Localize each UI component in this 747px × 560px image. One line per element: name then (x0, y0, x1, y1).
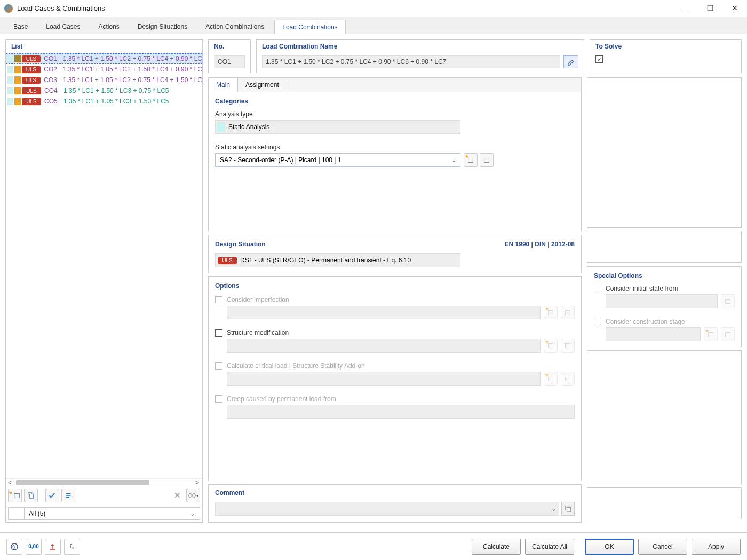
combination-id: CO1 (44, 55, 61, 62)
check-button[interactable] (45, 489, 59, 502)
apply-button[interactable]: Apply (692, 539, 741, 555)
list-filter-select[interactable]: All (5) ⌄ (24, 507, 200, 520)
help-button[interactable] (6, 539, 22, 555)
titlebar: Load Cases & Combinations — ❐ ✕ (0, 0, 747, 17)
options-title: Options (215, 282, 575, 290)
design-situation-reference: EN 1990 | DIN | 2012-08 (505, 241, 575, 248)
main-tabs: BaseLoad CasesActionsDesign SituationsAc… (0, 17, 747, 34)
subtab-assignment[interactable]: Assignment (238, 78, 287, 92)
combination-formula: 1.35 * LC1 + 1.50 * LC2 + 0.75 * LC4 + 0… (63, 55, 202, 62)
tab-load-combinations[interactable]: Load Combinations (274, 20, 345, 34)
initial-state-edit-button (721, 294, 735, 308)
combination-list[interactable]: ULSCO11.35 * LC1 + 1.50 * LC2 + 0.75 * L… (6, 53, 202, 478)
subtab-main[interactable]: Main (209, 78, 238, 92)
calculate-button[interactable]: Calculate (472, 539, 521, 555)
view-toggle-button[interactable]: ▾ (186, 489, 200, 502)
comment-select[interactable]: ⌄ (215, 502, 559, 516)
ok-button[interactable]: OK (585, 539, 634, 555)
categories-title: Categories (215, 98, 575, 105)
critical-load-edit-button (561, 372, 575, 386)
svg-rect-2 (29, 494, 33, 498)
creep-label: Creep caused by permanent load from (227, 395, 336, 403)
combination-list-panel: List ULSCO11.35 * LC1 + 1.50 * LC2 + 0.7… (5, 39, 203, 523)
comment-title: Comment (215, 489, 575, 497)
color-swatch-a (7, 87, 13, 94)
svg-rect-4 (192, 494, 195, 498)
tab-actions[interactable]: Actions (90, 19, 127, 34)
app-icon (4, 4, 13, 13)
window-title: Load Cases & Combinations (17, 4, 673, 12)
tab-design-situations[interactable]: Design Situations (130, 19, 195, 34)
special-options-section: Special Options Consider initial state f… (587, 266, 742, 347)
combination-formula: 1.35 * LC1 + 1.05 * LC3 + 1.50 * LC5 (63, 98, 169, 105)
svg-rect-12 (566, 377, 570, 381)
categories-section: Categories Analysis type Static Analysis… (208, 92, 582, 231)
name-field: 1.35 * LC1 + 1.50 * LC2 + 0.75 * LC4 + 0… (262, 55, 560, 68)
structure-mod-checkbox[interactable] (215, 329, 222, 337)
color-swatch-a (7, 55, 13, 62)
color-swatch-a (7, 76, 13, 84)
combination-formula: 1.35 * LC1 + 1.50 * LC3 + 0.75 * LC5 (63, 87, 169, 94)
minimize-button[interactable]: — (673, 0, 698, 17)
list-header: List (6, 40, 202, 53)
imperfection-label: Consider imperfection (227, 296, 289, 303)
settings-select[interactable]: SA2 - Second-order (P-Δ) | Picard | 100 … (215, 153, 460, 167)
new-settings-button[interactable]: ★ (464, 153, 478, 167)
ds-tag: ULS (218, 257, 237, 264)
to-solve-checkbox[interactable]: ✓ (595, 55, 603, 63)
units-button[interactable]: 0,00 (26, 539, 42, 555)
combination-id: CO3 (44, 76, 61, 84)
maximize-button[interactable]: ❐ (698, 0, 722, 17)
copy-item-button[interactable] (24, 489, 38, 502)
list-item[interactable]: ULSCO11.35 * LC1 + 1.50 * LC2 + 0.75 * L… (6, 53, 202, 64)
preview-pane-top (587, 77, 742, 228)
comment-copy-button[interactable] (561, 502, 575, 516)
svg-rect-10 (566, 344, 570, 348)
svg-rect-14 (567, 507, 570, 511)
list-h-scrollbar[interactable]: < > (6, 478, 202, 486)
options-section: Options Consider imperfection ★ Structur… (208, 276, 582, 481)
to-solve-label: To Solve (590, 40, 741, 53)
calculate-all-button[interactable]: Calculate All (525, 539, 574, 555)
initial-state-label: Consider initial state from (606, 285, 678, 292)
new-item-button[interactable]: ★ (8, 489, 22, 502)
initial-state-checkbox[interactable] (594, 285, 601, 292)
structure-mod-label: Structure modification (227, 329, 289, 337)
svg-point-18 (11, 543, 18, 550)
list-filter-value: All (5) (29, 510, 45, 517)
name-section: Load Combination Name 1.35 * LC1 + 1.50 … (256, 39, 584, 73)
edit-settings-button[interactable] (480, 153, 494, 167)
cancel-button[interactable]: Cancel (638, 539, 687, 555)
combination-id: CO2 (44, 66, 61, 73)
function-button[interactable]: fx (64, 539, 80, 555)
close-button[interactable]: ✕ (722, 0, 747, 17)
design-situation-title: Design Situation (215, 241, 266, 248)
tab-action-combinations[interactable]: Action Combinations (197, 19, 272, 34)
construction-stage-label: Consider construction stage (606, 318, 685, 325)
settings-value: SA2 - Second-order (P-Δ) | Picard | 100 … (220, 156, 446, 164)
uls-tag: ULS (22, 87, 41, 94)
list-toolbar: ★ ✕ ▾ (6, 486, 202, 505)
uls-tag: ULS (22, 77, 41, 84)
model-button[interactable] (45, 539, 61, 555)
tab-base[interactable]: Base (5, 19, 36, 34)
imperfection-new-button: ★ (544, 306, 558, 319)
preview-pane-mid (587, 231, 742, 263)
color-swatch-b (14, 66, 21, 73)
settings-label: Static analysis settings (215, 143, 575, 151)
footer: 0,00 fx Calculate Calculate All OK Cance… (0, 532, 747, 560)
critical-load-new-button: ★ (544, 372, 558, 386)
structure-mod-field (227, 339, 541, 353)
delete-button[interactable]: ✕ (170, 489, 184, 502)
design-situation-field: ULS DS1 - ULS (STR/GEO) - Permanent and … (215, 253, 460, 267)
list-item[interactable]: ULSCO51.35 * LC1 + 1.05 * LC3 + 1.50 * L… (6, 96, 202, 107)
list-item[interactable]: ULSCO31.35 * LC1 + 1.05 * LC2 + 0.75 * L… (6, 75, 202, 85)
analysis-type-label: Analysis type (215, 110, 575, 118)
combination-id: CO5 (44, 98, 61, 105)
structure-mod-edit-button (561, 339, 575, 353)
tab-load-cases[interactable]: Load Cases (38, 19, 88, 34)
edit-name-button[interactable] (563, 55, 578, 68)
list-item[interactable]: ULSCO21.35 * LC1 + 1.05 * LC2 + 1.50 * L… (6, 64, 202, 75)
sort-button[interactable] (61, 489, 75, 502)
list-item[interactable]: ULSCO41.35 * LC1 + 1.50 * LC3 + 0.75 * L… (6, 85, 202, 96)
